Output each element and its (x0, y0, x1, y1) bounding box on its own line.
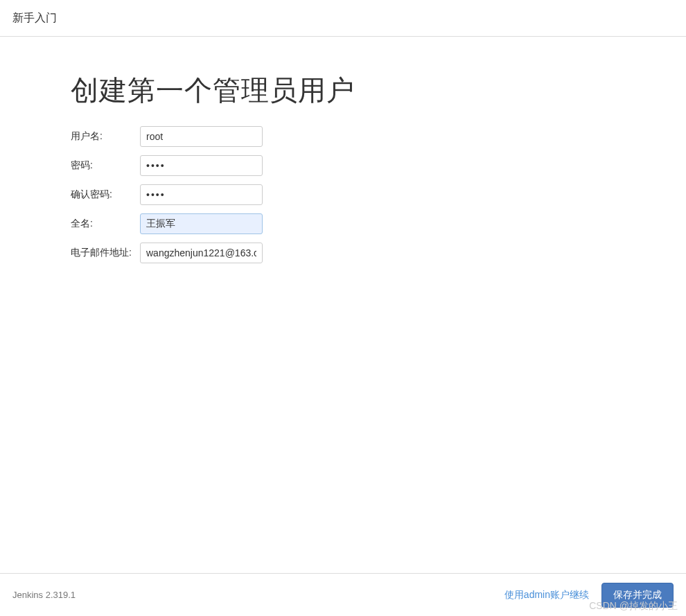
footer-actions: 使用admin账户继续 保存并完成 (504, 583, 674, 608)
page-title: 创建第一个管理员用户 (71, 71, 686, 109)
password-input[interactable] (140, 155, 263, 176)
form-row-email: 电子邮件地址: (71, 243, 686, 263)
save-and-finish-button[interactable]: 保存并完成 (601, 583, 674, 608)
username-label: 用户名: (71, 130, 140, 143)
main-content: 创建第一个管理员用户 用户名: 密码: 确认密码: 全名: 电子邮件地址: (0, 37, 686, 263)
form-row-username: 用户名: (71, 126, 686, 147)
confirm-password-label: 确认密码: (71, 188, 140, 201)
skip-admin-link[interactable]: 使用admin账户继续 (504, 589, 589, 601)
password-label: 密码: (71, 159, 140, 172)
email-input[interactable] (140, 243, 263, 263)
form-row-confirm-password: 确认密码: (71, 184, 686, 205)
fullname-input[interactable] (140, 213, 263, 234)
footer: Jenkins 2.319.1 使用admin账户继续 保存并完成 (0, 573, 686, 616)
fullname-label: 全名: (71, 218, 140, 230)
header-title: 新手入门 (12, 11, 57, 26)
email-label: 电子邮件地址: (71, 247, 140, 259)
form-row-password: 密码: (71, 155, 686, 176)
form-row-fullname: 全名: (71, 213, 686, 234)
username-input[interactable] (140, 126, 263, 147)
version-label: Jenkins 2.319.1 (12, 590, 76, 600)
confirm-password-input[interactable] (140, 184, 263, 205)
header: 新手入门 (0, 0, 686, 37)
